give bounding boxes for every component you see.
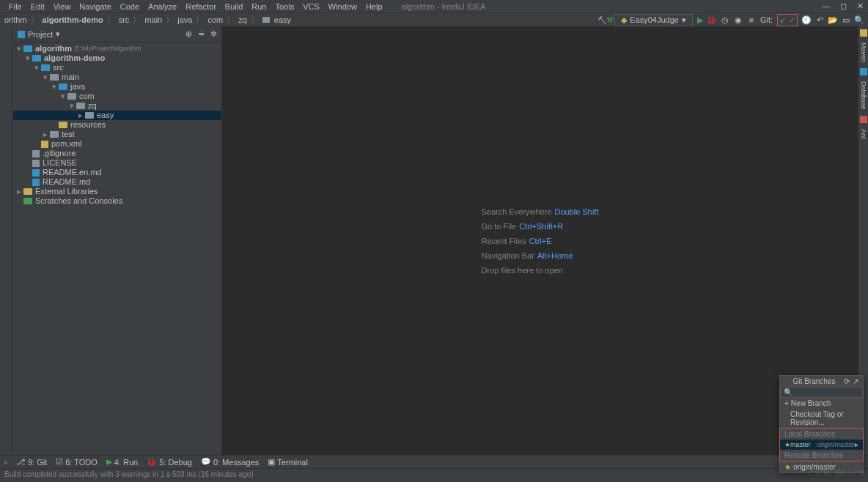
maximize-button[interactable]: ◻ [840, 1, 847, 11]
editor-area[interactable]: Search EverywhereDouble Shift Go to File… [222, 26, 858, 455]
folder-icon [50, 74, 59, 81]
profile-button[interactable]: ◉ [734, 15, 743, 24]
crumb-easy[interactable]: easy [274, 15, 291, 24]
maven-icon [41, 141, 48, 148]
new-branch-label: New Branch [791, 399, 831, 407]
dropdown-icon[interactable]: ▾ [56, 29, 60, 39]
ant-tool[interactable]: Ant [860, 129, 867, 139]
refresh-icon[interactable]: ⟳ [844, 377, 850, 385]
tool-window-icon[interactable]: ▫ [4, 458, 7, 467]
coverage-button[interactable]: ◷ [721, 15, 729, 24]
tree-test[interactable]: ▸test [13, 130, 221, 139]
search-everywhere-button[interactable]: 🔍 [855, 15, 864, 24]
git-commit-button[interactable]: ✓ [789, 15, 795, 25]
close-button[interactable]: ✕ [857, 1, 864, 11]
project-tree[interactable]: ▾algorithmE:\MyProject\algorithm ▾algori… [13, 42, 221, 455]
tree-readme[interactable]: README.md [13, 177, 221, 187]
welcome-navbar-label: Navigation Bar [482, 251, 534, 260]
messages-tool[interactable]: 💬0: Messages [201, 457, 259, 467]
nav-folder-button[interactable]: 📂 [828, 15, 837, 24]
left-gutter[interactable] [0, 26, 13, 455]
welcome-drop-label: Drop files here to open [482, 266, 563, 275]
tree-readme-en[interactable]: README.en.md [13, 168, 221, 177]
crumb-project[interactable]: orithm [4, 15, 27, 24]
todo-tool-label: 6: TODO [65, 458, 98, 467]
menu-analyze[interactable]: Analyze [144, 1, 181, 12]
menu-refactor[interactable]: Refactor [181, 1, 221, 12]
menu-run[interactable]: Run [247, 1, 271, 12]
welcome-search-key: Double Shift [555, 207, 599, 216]
git-tool[interactable]: ⎇9: Git [16, 457, 47, 467]
expand-icon[interactable]: ↗ [853, 377, 858, 385]
project-settings-icon[interactable]: ✲ [210, 29, 217, 39]
debug-icon: 🐞 [147, 457, 157, 467]
branch-search-input[interactable] [780, 387, 863, 398]
star-icon: ★ [784, 463, 791, 471]
crumb-module[interactable]: algorithm-demo [43, 15, 103, 24]
folder-icon [262, 17, 270, 23]
stop-button[interactable]: ■ [747, 15, 756, 24]
branch-master[interactable]: ★ master origin/master ▸ [780, 440, 863, 450]
tree-label: resources [70, 120, 106, 130]
tree-scratches[interactable]: Scratches and Consoles [13, 196, 221, 206]
minimize-button[interactable]: — [822, 1, 830, 11]
menu-file[interactable]: File [4, 1, 26, 12]
tree-main[interactable]: ▾main [13, 73, 221, 82]
menu-navigate[interactable]: Navigate [75, 1, 115, 12]
new-branch-item[interactable]: +New Branch [780, 398, 863, 409]
tracking-remote: origin/master [817, 441, 855, 448]
checkout-tag-item[interactable]: Checkout Tag or Revision... [780, 409, 863, 428]
tree-gitignore[interactable]: .gitignore [13, 149, 221, 158]
module-icon [32, 55, 41, 62]
tree-module[interactable]: ▾algorithm-demo [13, 53, 221, 63]
git-history-button[interactable]: 🕘 [802, 15, 811, 24]
build-icon[interactable]: ⚒ [601, 15, 610, 24]
tree-com[interactable]: ▾com [13, 92, 221, 101]
git-update-button[interactable]: ↙ [779, 15, 786, 25]
project-target-icon[interactable]: ⊕ [185, 29, 192, 39]
crumb-main[interactable]: main [144, 15, 162, 24]
terminal-tool[interactable]: ▣Terminal [268, 457, 308, 467]
menu-vcs[interactable]: VCS [298, 1, 324, 12]
git-revert-button[interactable]: ↶ [815, 15, 824, 24]
chevron-right-icon: ▸ [855, 441, 858, 448]
project-icon [18, 31, 25, 38]
local-branches-header: Local Branches [780, 429, 863, 440]
todo-tool[interactable]: ☑6: TODO [56, 457, 98, 467]
menu-code[interactable]: Code [116, 1, 144, 12]
run-config-selector[interactable]: ◆ Easy04Judge ▾ [614, 14, 693, 26]
debug-button[interactable]: 🐞 [707, 15, 716, 24]
menu-tools[interactable]: Tools [271, 1, 298, 12]
database-tool[interactable]: Database [860, 81, 867, 110]
maven-tool[interactable]: Maven [860, 42, 867, 62]
menu-edit[interactable]: Edit [26, 1, 49, 12]
tree-root[interactable]: ▾algorithmE:\MyProject\algorithm [13, 44, 221, 53]
tree-license[interactable]: LICENSE [13, 158, 221, 168]
run-tool[interactable]: ▶4: Run [106, 457, 138, 467]
tree-label: main [62, 73, 79, 82]
crumb-zq[interactable]: zq [238, 15, 247, 24]
tree-zq[interactable]: ▾zq [13, 101, 221, 111]
git-popup-title: Git Branches [784, 377, 844, 385]
breadcrumb[interactable]: orithm〉 algorithm-demo〉 src〉 main〉 java〉… [4, 15, 291, 26]
tree-resources[interactable]: resources [13, 120, 221, 130]
branch-origin-master[interactable]: ★origin/master [780, 461, 863, 472]
menu-build[interactable]: Build [221, 1, 247, 12]
run-button[interactable]: ▶ [697, 15, 703, 25]
class-icon: ◆ [621, 15, 627, 25]
menu-window[interactable]: Window [324, 1, 361, 12]
menu-help[interactable]: Help [361, 1, 387, 12]
project-collapse-icon[interactable]: ≑ [198, 29, 205, 39]
tree-external-libraries[interactable]: ▸External Libraries [13, 187, 221, 196]
debug-tool[interactable]: 🐞5: Debug [147, 457, 192, 467]
menu-view[interactable]: View [49, 1, 76, 12]
tree-easy[interactable]: ▸easy [13, 111, 221, 120]
tree-src[interactable]: ▾src [13, 63, 221, 73]
crumb-java[interactable]: java [177, 15, 192, 24]
tree-pom[interactable]: pom.xml [13, 139, 221, 149]
tree-java[interactable]: ▾java [13, 82, 221, 92]
scratches-icon [23, 198, 32, 204]
crumb-src[interactable]: src [119, 15, 130, 24]
layout-button[interactable]: ▭ [842, 15, 850, 24]
crumb-com[interactable]: com [207, 15, 223, 24]
